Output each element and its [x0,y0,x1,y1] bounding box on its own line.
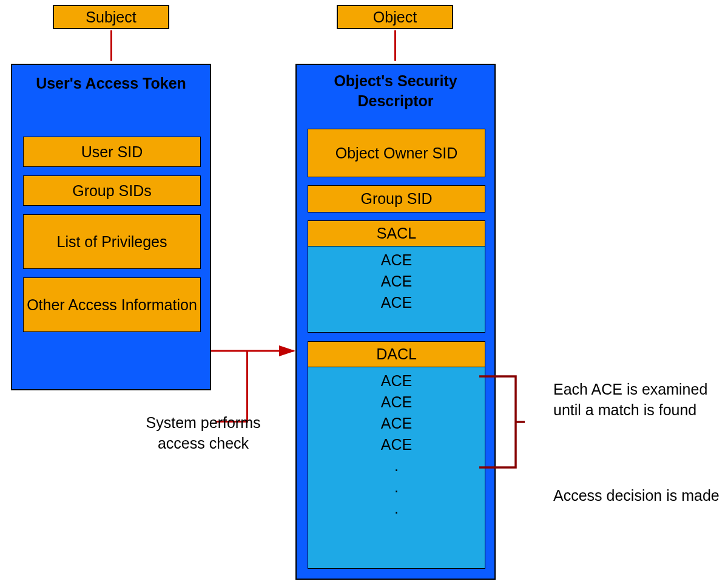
sacl-entry: ACE [381,294,412,311]
dacl-entry: ACE [381,372,412,390]
system-check-text: System performs access check [136,413,270,454]
token-other-info-label: Other Access Information [27,295,197,315]
elbow-system-check-v [246,351,248,422]
sacl-entry: ACE [381,273,412,290]
object-box: Object [337,5,453,29]
dacl-bracket [479,373,528,470]
dacl-entry: ACE [381,415,412,432]
descriptor-owner-sid: Object Owner SID [308,129,485,177]
dacl-entry: ACE [381,436,412,453]
sacl-entries: ACE ACE ACE [308,246,485,332]
descriptor-group-sid-label: Group SID [360,190,432,208]
subject-label: Subject [86,8,136,26]
object-label: Object [373,8,417,26]
subject-connector [110,30,112,61]
dacl-block: DACL ACE ACE ACE ACE . . . [308,341,485,569]
sacl-header: SACL [308,221,485,246]
dacl-entry: . [394,478,399,496]
dacl-entry: . [394,500,399,517]
access-token-title: User's Access Token [12,73,210,93]
token-privileges-label: List of Privileges [56,232,167,252]
token-group-sids: Group SIDs [23,175,201,206]
dacl-entries: ACE ACE ACE ACE . . . [308,367,485,568]
dacl-entry: ACE [381,393,412,411]
token-user-sid: User SID [23,137,201,167]
decision-text: Access decision is made [553,486,723,506]
sacl-header-label: SACL [377,225,416,242]
subject-box: Subject [53,5,169,29]
dacl-header-label: DACL [376,345,417,363]
dacl-header: DACL [308,342,485,367]
token-privileges: List of Privileges [23,214,201,269]
token-other-info: Other Access Information [23,277,201,332]
security-descriptor-title: Object's Security Descriptor [297,71,494,110]
dacl-entry: . [394,457,399,475]
descriptor-group-sid: Group SID [308,185,485,212]
access-token-panel: User's Access Token User SID Group SIDs … [11,64,211,390]
each-ace-text: Each ACE is examined until a match is fo… [553,379,723,421]
security-descriptor-panel: Object's Security Descriptor Object Owne… [295,64,496,580]
sacl-block: SACL ACE ACE ACE [308,220,485,333]
token-group-sids-label: Group SIDs [72,182,152,200]
sacl-entry: ACE [381,251,412,269]
descriptor-owner-sid-label: Object Owner SID [335,143,457,163]
object-connector [394,30,396,61]
token-user-sid-label: User SID [81,143,143,161]
